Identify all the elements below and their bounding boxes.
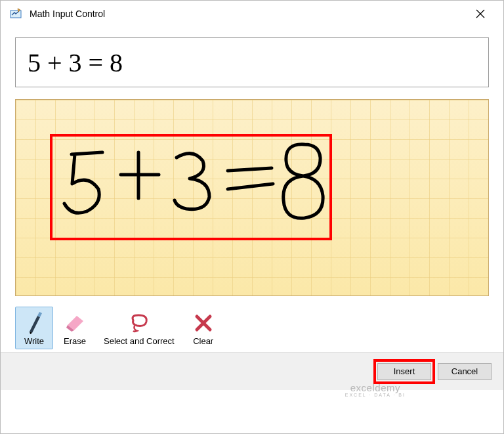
app-icon xyxy=(9,7,23,21)
handwriting-canvas[interactable] xyxy=(15,99,489,296)
write-label: Write xyxy=(24,336,44,346)
clear-x-icon xyxy=(192,311,215,335)
lasso-icon xyxy=(127,311,151,335)
write-button[interactable]: Write xyxy=(15,307,53,349)
erase-label: Erase xyxy=(64,336,86,346)
close-button[interactable] xyxy=(465,3,495,24)
erase-button[interactable]: Erase xyxy=(56,307,94,349)
clear-label: Clear xyxy=(193,336,213,346)
watermark-sub: EXCEL · DATA · BI xyxy=(345,393,406,397)
cancel-button[interactable]: Cancel xyxy=(438,363,492,380)
insert-label: Insert xyxy=(394,366,415,376)
select-correct-label: Select and Correct xyxy=(104,336,175,346)
dialog-button-bar: Insert Cancel xyxy=(1,352,503,390)
eraser-icon xyxy=(63,311,87,335)
math-input-control-window: Math Input Control 5 + 3 = 8 xyxy=(0,0,504,434)
titlebar: Math Input Control xyxy=(1,1,503,27)
cancel-label: Cancel xyxy=(452,366,478,376)
window-title: Math Input Control xyxy=(30,9,465,19)
pen-icon xyxy=(22,311,46,335)
close-icon xyxy=(476,9,485,18)
clear-button[interactable]: Clear xyxy=(184,307,222,349)
equation-preview: 5 + 3 = 8 xyxy=(15,37,489,87)
watermark: exceldemy EXCEL · DATA · BI xyxy=(345,383,406,397)
insert-button[interactable]: Insert xyxy=(377,363,431,380)
toolbar: Write Erase Select and Correct xyxy=(1,300,503,352)
watermark-main: exceldemy xyxy=(350,382,400,393)
select-correct-button[interactable]: Select and Correct xyxy=(96,307,182,349)
equation-text: 5 + 3 = 8 xyxy=(28,47,123,78)
handwriting-strokes xyxy=(55,138,331,236)
